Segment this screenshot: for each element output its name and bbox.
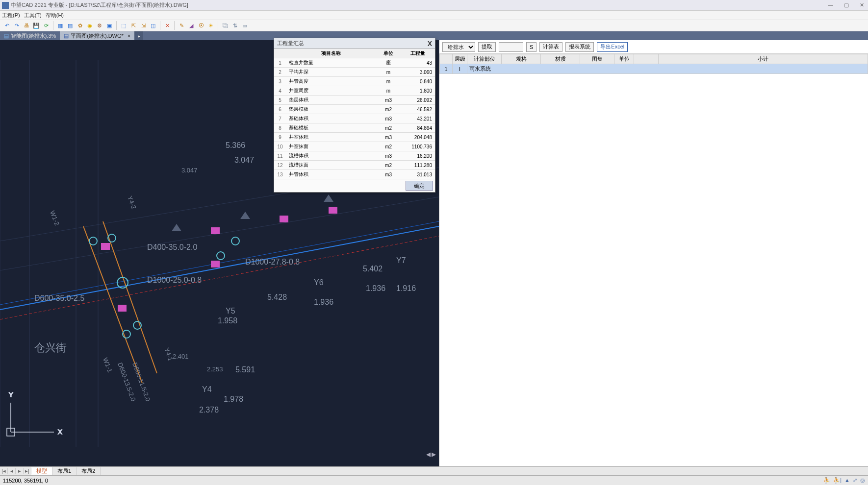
menu-help[interactable]: 帮助(H) bbox=[46, 12, 64, 19]
tab-nav-prev[interactable]: ◂ bbox=[8, 468, 16, 474]
svg-text:Y4-1: Y4-1 bbox=[163, 347, 174, 362]
tab-nav-last[interactable]: ▸| bbox=[24, 468, 31, 474]
tab-model[interactable]: 模型 bbox=[31, 467, 52, 475]
expand-icon[interactable]: ⤢ bbox=[853, 477, 857, 484]
summary-row[interactable]: 4井室周度m1.800 bbox=[274, 86, 435, 96]
settings-icon[interactable]: ✿ bbox=[76, 22, 84, 29]
dialog-ok-button[interactable]: 确定 bbox=[406, 181, 433, 191]
svg-marker-25 bbox=[240, 212, 250, 219]
tab-nav-first[interactable]: |◂ bbox=[0, 468, 8, 474]
polyline-icon[interactable]: ⦿ bbox=[197, 22, 205, 29]
rect-icon[interactable]: ▭ bbox=[241, 22, 249, 29]
dialog-close-icon[interactable]: X bbox=[428, 40, 432, 48]
pane-icon[interactable]: ◫ bbox=[149, 22, 157, 29]
svg-text:Y5: Y5 bbox=[226, 307, 235, 315]
svg-text:D1000-27.8-0.8: D1000-27.8-0.8 bbox=[245, 258, 300, 266]
menu-bar: 工程(P) 工具(T) 帮助(H) bbox=[0, 11, 868, 20]
svg-text:1.958: 1.958 bbox=[218, 316, 237, 325]
svg-text:Y4: Y4 bbox=[202, 385, 212, 393]
tool-icon[interactable]: ⚙ bbox=[96, 22, 103, 29]
summary-row[interactable]: 9井室体积m3204.048 bbox=[274, 133, 435, 142]
app-icon bbox=[2, 2, 9, 9]
export-excel-button[interactable]: 导出Excel bbox=[597, 42, 628, 52]
svg-text:Y6: Y6 bbox=[314, 278, 324, 287]
svg-text:5.591: 5.591 bbox=[235, 365, 255, 374]
report-button[interactable]: 报表系统 bbox=[565, 42, 594, 52]
menu-project[interactable]: 工程(P) bbox=[2, 12, 20, 19]
title-bar: 中望CAD 2021 专业版 - [D:\LAST\SZ\工程库\仓兴街\平面图… bbox=[0, 0, 868, 11]
dim2-icon[interactable]: ⇲ bbox=[139, 22, 147, 29]
filter-select[interactable]: 给排水 bbox=[442, 42, 475, 52]
person2-icon[interactable]: ▲ bbox=[844, 477, 850, 484]
summary-row[interactable]: 2平均井深m3.060 bbox=[274, 68, 435, 77]
edit-icon[interactable]: ✎ bbox=[178, 22, 185, 29]
doc-tab-2-label: 平面图(给排水).DWG* bbox=[71, 32, 124, 40]
rp-header-row: 层级 计算部位 规格 材质 图集 单位 小计 bbox=[440, 54, 868, 64]
cad-nav-arrows[interactable]: ◂▸ bbox=[426, 449, 436, 460]
svg-point-22 bbox=[217, 252, 225, 260]
svg-text:W1-2: W1-2 bbox=[49, 210, 61, 226]
print-icon[interactable]: 🖶 bbox=[23, 22, 30, 29]
svg-text:3.047: 3.047 bbox=[234, 156, 254, 164]
dialog-title: 工程量汇总 bbox=[277, 40, 304, 47]
summary-row[interactable]: 6垫层模板m246.592 bbox=[274, 105, 435, 114]
maximize-button[interactable]: ▢ bbox=[842, 2, 851, 8]
tab-nav-next[interactable]: ▸ bbox=[16, 468, 24, 474]
svg-point-17 bbox=[89, 237, 97, 245]
close-button[interactable]: ✕ bbox=[858, 2, 866, 8]
svg-rect-13 bbox=[211, 227, 220, 234]
measure-icon[interactable]: ◢ bbox=[187, 22, 195, 29]
svg-text:5.402: 5.402 bbox=[363, 265, 383, 273]
menu-tools[interactable]: 工具(T) bbox=[24, 12, 42, 19]
grid-icon[interactable]: ▤ bbox=[66, 22, 74, 29]
window-title: 中望CAD 2021 专业版 - [D:\LAST\SZ\工程库\仓兴街\平面图… bbox=[11, 1, 188, 9]
summary-row[interactable]: 3井管高度m0.840 bbox=[274, 77, 435, 86]
summary-row[interactable]: 11流槽体积m316.200 bbox=[274, 151, 435, 161]
table-row[interactable]: 1I雨水系统 bbox=[440, 64, 868, 74]
doc-tab-2[interactable]: ▤平面图(给排水).DWG* × bbox=[60, 31, 134, 40]
rp-toolbar: 给排水 提取 S 计算表 报表系统 导出Excel bbox=[439, 40, 868, 54]
doc-tab-close-icon[interactable]: × bbox=[128, 33, 130, 39]
delete-icon[interactable]: ✕ bbox=[163, 22, 171, 29]
person-arrow-icon[interactable]: ⛹| bbox=[833, 477, 842, 484]
summary-row[interactable]: 13井管体积m331.013 bbox=[274, 170, 435, 179]
tab-layout2[interactable]: 布局2 bbox=[77, 467, 101, 475]
layer2-icon[interactable]: ▣ bbox=[105, 22, 113, 29]
doc-tab-add[interactable]: ▸ bbox=[134, 31, 143, 40]
summary-row[interactable]: 1检查井数量座43 bbox=[274, 58, 435, 68]
sun-icon[interactable]: ☀ bbox=[207, 22, 215, 29]
svg-text:仓兴街: 仓兴街 bbox=[34, 341, 67, 354]
summary-row[interactable]: 8基础模板m284.864 bbox=[274, 123, 435, 133]
spec-input[interactable] bbox=[499, 42, 523, 52]
dim-icon[interactable]: ⇱ bbox=[129, 22, 137, 29]
redo-icon[interactable]: ↷ bbox=[13, 22, 21, 29]
doc-tab-1[interactable]: ▤智能图(给排水).3% bbox=[0, 31, 60, 40]
select-icon[interactable]: ⬚ bbox=[120, 22, 128, 29]
refresh-icon[interactable]: ⟳ bbox=[42, 22, 50, 29]
summary-row[interactable]: 12流槽抹面m2111.280 bbox=[274, 161, 435, 170]
extract-button[interactable]: 提取 bbox=[478, 42, 496, 52]
s-button[interactable]: S bbox=[526, 42, 536, 52]
summary-row[interactable]: 5垫层体积m326.092 bbox=[274, 96, 435, 105]
tree-icon[interactable]: ⇅ bbox=[231, 22, 239, 29]
rp-grid[interactable]: 层级 计算部位 规格 材质 图集 单位 小计 1I雨水系统 bbox=[439, 54, 868, 466]
summary-row[interactable]: 10井室抹面m21100.736 bbox=[274, 142, 435, 151]
svg-text:1.936: 1.936 bbox=[314, 298, 333, 306]
summary-row[interactable]: 7基础体积m343.201 bbox=[274, 114, 435, 123]
minimize-button[interactable]: — bbox=[826, 2, 835, 8]
cad-text: 5.366 bbox=[226, 141, 245, 149]
toolbar: ↶ ↷ 🖶 💾 ⟳ ▦ ▤ ✿ ◉ ⚙ ▣ ⬚ ⇱ ⇲ ◫ ✕ ✎ ◢ ⦿ ☀ … bbox=[0, 20, 868, 31]
calc-button[interactable]: 计算表 bbox=[539, 42, 562, 52]
person-icon[interactable]: ⛹ bbox=[823, 477, 830, 484]
coords: 115200, 356191, 0 bbox=[3, 478, 48, 484]
target-icon[interactable]: ◎ bbox=[860, 477, 865, 484]
undo-icon[interactable]: ↶ bbox=[3, 22, 11, 29]
layer-icon[interactable]: ▦ bbox=[56, 22, 64, 29]
copy-icon[interactable]: ⿻ bbox=[221, 22, 229, 29]
tab-layout1[interactable]: 布局1 bbox=[52, 467, 77, 475]
summary-dialog[interactable]: 工程量汇总 X 项目名称 单位 工程量 1检查井数量座432平均井深m3.060… bbox=[274, 38, 435, 193]
color-icon[interactable]: ◉ bbox=[86, 22, 94, 29]
svg-marker-26 bbox=[324, 194, 333, 202]
svg-text:1.978: 1.978 bbox=[224, 395, 243, 403]
save-icon[interactable]: 💾 bbox=[32, 22, 40, 29]
